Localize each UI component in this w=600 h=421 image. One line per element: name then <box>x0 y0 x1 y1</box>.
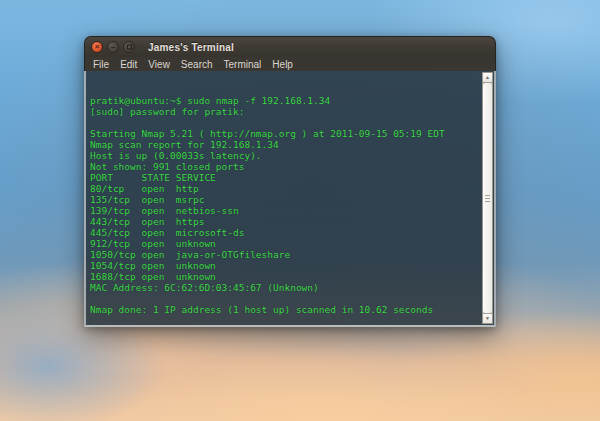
terminal-line: 135/tcp open msrpc <box>90 194 482 205</box>
scrollbar-thumb[interactable] <box>483 83 492 313</box>
terminal-line: 139/tcp open netbios-ssn <box>90 205 482 216</box>
terminal-line: Nmap done: 1 IP address (1 host up) scan… <box>90 304 482 315</box>
terminal-line: [sudo] password for pratik: <box>90 106 482 117</box>
terminal-line: Host is up (0.00033s latency). <box>90 150 482 161</box>
terminal-line: Not shown: 991 closed ports <box>90 161 482 172</box>
terminal-line: 80/tcp open http <box>90 183 482 194</box>
terminal-line: Starting Nmap 5.21 ( http://nmap.org ) a… <box>90 128 482 139</box>
menu-item-help[interactable]: Help <box>272 59 293 70</box>
terminal-line: 445/tcp open microsoft-ds <box>90 227 482 238</box>
close-icon: × <box>95 43 100 51</box>
scroll-up-icon: ▲ <box>485 75 490 80</box>
terminal-line: pratik@ubuntu:~$ sudo nmap -f 192.168.1.… <box>90 95 482 106</box>
terminal-line: MAC Address: 6C:62:6D:03:45:67 (Unknown) <box>90 282 482 293</box>
terminal-line: 1054/tcp open unknown <box>90 260 482 271</box>
terminal-line: 1688/tcp open unknown <box>90 271 482 282</box>
close-button[interactable]: × <box>91 41 103 53</box>
maximize-button[interactable] <box>123 41 135 53</box>
terminal-output: pratik@ubuntu:~$ sudo nmap -f 192.168.1.… <box>90 95 482 315</box>
terminal-scrollbar[interactable]: ▲ ▼ <box>482 72 493 324</box>
terminal-window: × – James's Terminal FileEditViewSearchT… <box>84 36 496 327</box>
terminal-line: 443/tcp open https <box>90 216 482 227</box>
maximize-icon <box>127 44 132 49</box>
scrollbar-grip <box>485 201 490 202</box>
minimize-icon: – <box>111 43 115 51</box>
scrollbar-grip <box>485 195 490 196</box>
terminal-line: Nmap scan report for 192.168.1.34 <box>90 139 482 150</box>
scroll-down-button[interactable]: ▼ <box>483 313 492 323</box>
terminal-line: 1050/tcp open java-or-OTGfileshare <box>90 249 482 260</box>
window-title: James's Terminal <box>148 42 234 53</box>
minimize-button[interactable]: – <box>107 41 119 53</box>
scrollbar-grip <box>485 198 490 199</box>
terminal-content: pratik@ubuntu:~$ sudo nmap -f 192.168.1.… <box>84 71 496 327</box>
menu-item-view[interactable]: View <box>148 59 170 70</box>
menu-bar: FileEditViewSearchTerminalHelp <box>84 57 496 71</box>
menu-item-terminal[interactable]: Terminal <box>224 59 262 70</box>
terminal-screen[interactable]: pratik@ubuntu:~$ sudo nmap -f 192.168.1.… <box>86 71 482 325</box>
menu-item-search[interactable]: Search <box>181 59 213 70</box>
terminal-line <box>90 293 482 304</box>
title-bar[interactable]: × – James's Terminal <box>84 36 496 57</box>
scroll-down-icon: ▼ <box>485 316 490 321</box>
terminal-line <box>90 117 482 128</box>
menu-item-file[interactable]: File <box>93 59 109 70</box>
scroll-up-button[interactable]: ▲ <box>483 73 492 83</box>
terminal-line: PORT STATE SERVICE <box>90 172 482 183</box>
menu-item-edit[interactable]: Edit <box>120 59 137 70</box>
terminal-line: 912/tcp open unknown <box>90 238 482 249</box>
